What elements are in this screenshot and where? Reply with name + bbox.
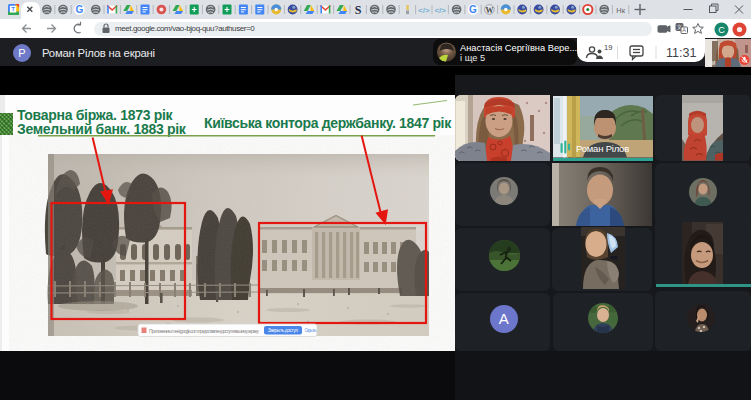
svg-text:Роман Рілов: Роман Рілов xyxy=(576,143,629,154)
svg-text:19: 19 xyxy=(604,43,612,52)
svg-text:Ви: Ви xyxy=(708,58,716,65)
svg-text:A: A xyxy=(682,27,686,33)
svg-text:11:31: 11:31 xyxy=(666,46,696,60)
svg-text:Приложению meet.google.com пре: Приложению meet.google.com предоставлен … xyxy=(149,328,259,334)
svg-text:T: T xyxy=(11,6,15,12)
svg-text:Анастасія Сергіївна Вере...: Анастасія Сергіївна Вере... xyxy=(460,42,577,52)
svg-text:Закрыть доступ: Закрыть доступ xyxy=(268,328,299,333)
svg-text:і ще 5: і ще 5 xyxy=(460,53,485,63)
svg-text:C: C xyxy=(718,25,725,35)
svg-text:Скрыть: Скрыть xyxy=(305,327,317,333)
